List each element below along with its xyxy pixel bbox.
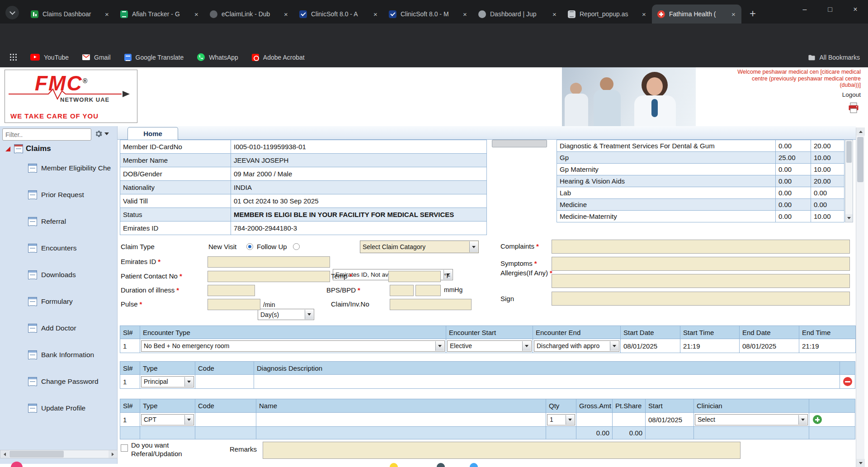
sidebar-item-referral[interactable]: Referral — [28, 214, 117, 229]
scroll-left-button[interactable] — [0, 450, 9, 458]
sidebar-filter-input[interactable] — [2, 128, 91, 141]
scroll-down-button[interactable] — [856, 459, 865, 467]
scrollbar-thumb[interactable] — [857, 137, 863, 182]
tab-close-icon[interactable]: × — [371, 10, 380, 19]
complaints-input[interactable] — [552, 240, 850, 254]
follow-up-radio[interactable] — [293, 243, 300, 250]
site-header: FMC® NETWORK UAE WE TAKE CARE OF YOU Wel… — [0, 67, 868, 126]
sidebar-item-update-profile[interactable]: Update Profile — [28, 401, 117, 416]
symptoms-input[interactable] — [552, 257, 850, 271]
window-minimize-button[interactable]: – — [792, 0, 817, 19]
taskbar-icon[interactable] — [470, 463, 478, 467]
tab-close-icon[interactable]: × — [640, 10, 648, 19]
tab-close-icon[interactable]: × — [729, 10, 738, 19]
print-button[interactable] — [847, 102, 860, 114]
taskbar-icon[interactable] — [390, 463, 398, 467]
pulse-input[interactable] — [208, 299, 260, 310]
start-time-field[interactable]: 21:19 — [680, 339, 740, 353]
allergies-input[interactable] — [552, 274, 850, 288]
browser-tab[interactable]: Afiah Tracker - G× — [115, 5, 204, 24]
referral-checkbox[interactable] — [121, 444, 128, 452]
tab-close-icon[interactable]: × — [282, 10, 290, 19]
bps-input[interactable] — [390, 285, 414, 296]
claim-inv-input[interactable] — [390, 299, 472, 310]
sidebar-item-change-password[interactable]: Change Password — [28, 374, 117, 389]
scroll-right-button[interactable] — [108, 450, 117, 458]
tab-close-icon[interactable]: × — [550, 10, 559, 19]
diagnosis-type-select[interactable]: Principal — [141, 376, 194, 387]
sidebar-horizontal-scrollbar[interactable] — [0, 450, 118, 458]
member-value: 01 Oct 2024 to 30 Sep 2025 — [231, 194, 487, 208]
remove-row-button[interactable] — [843, 377, 852, 386]
claim-category-select[interactable]: Select Claim Catagory — [360, 241, 479, 253]
add-row-button[interactable] — [813, 415, 822, 424]
bookmark-adobe-acrobat[interactable]: Adobe Acrobat — [252, 54, 305, 61]
end-date-field[interactable]: 08/01/2025 — [740, 339, 799, 353]
temp-input[interactable] — [388, 271, 441, 282]
diagnosis-code-cell[interactable] — [195, 375, 254, 389]
browser-tab[interactable]: Report_popup.as× — [562, 5, 652, 24]
sidebar-item-downloads[interactable]: Downloads — [28, 267, 117, 283]
tab-close-icon[interactable]: × — [192, 10, 201, 19]
tab-search-button[interactable] — [5, 6, 19, 19]
new-visit-radio[interactable] — [246, 243, 253, 250]
tab-close-icon[interactable]: × — [461, 10, 469, 19]
patient-contact-input[interactable] — [208, 271, 330, 282]
sidebar-item-member-eligibility[interactable]: Member Eligibility Che — [28, 160, 117, 176]
partial-button[interactable] — [492, 140, 547, 147]
browser-tab[interactable]: ClinicSoft 8.0 - M× — [383, 5, 473, 24]
procedure-type-select[interactable]: CPT — [141, 414, 194, 425]
start-date-field[interactable]: 08/01/2025 — [621, 339, 680, 353]
sidebar-item-add-doctor[interactable]: Add Doctor — [28, 321, 117, 336]
clinician-select[interactable]: Select — [695, 414, 808, 425]
scrollbar-thumb[interactable] — [9, 451, 64, 458]
scroll-down-button[interactable] — [845, 214, 853, 222]
apps-shortcut[interactable] — [10, 54, 17, 61]
bookmark-whatsapp[interactable]: WhatsApp — [197, 53, 238, 61]
browser-tab[interactable]: Claims Dashboar× — [25, 5, 115, 24]
encounter-type-select[interactable]: No Bed + No emergency room — [141, 340, 445, 352]
browser-tab[interactable]: eClaimLink - Dub× — [204, 5, 294, 24]
sidebar-item-prior-request[interactable]: Prior Request — [28, 187, 117, 203]
gross-amt-cell[interactable] — [576, 413, 613, 427]
new-tab-button[interactable]: + — [746, 7, 760, 20]
procedure-start-date[interactable]: 08/01/2025 — [646, 413, 694, 427]
all-bookmarks-button[interactable]: All Bookmarks — [808, 47, 860, 67]
window-close-button[interactable]: × — [843, 0, 868, 19]
browser-tab-active[interactable]: Fathima Health (× — [652, 5, 741, 24]
bookmark-gmail[interactable]: Gmail — [82, 54, 111, 61]
tab-home[interactable]: Home — [127, 127, 178, 140]
scrollbar-thumb[interactable] — [846, 141, 852, 163]
duration-unit-select[interactable]: Day(s) — [258, 309, 314, 320]
bookmark-youtube[interactable]: YouTube — [30, 54, 69, 61]
remarks-input[interactable] — [263, 442, 741, 459]
sidebar-section-claims[interactable]: Claims — [0, 141, 118, 156]
sidebar-item-encounters[interactable]: Encounters — [28, 241, 117, 256]
duration-input[interactable] — [208, 285, 255, 296]
window-maximize-button[interactable]: □ — [817, 0, 843, 19]
sheet-icon — [28, 324, 37, 333]
sidebar-item-formulary[interactable]: Formulary — [28, 294, 117, 309]
browser-tab[interactable]: ClinicSoft 8.0 - A× — [294, 5, 383, 24]
browser-tab[interactable]: Dashboard | Jup× — [473, 5, 562, 24]
taskbar-icon[interactable] — [437, 463, 445, 467]
page-vertical-scrollbar[interactable] — [856, 127, 864, 467]
bpd-input[interactable] — [415, 285, 441, 296]
bookmark-google-translate[interactable]: Google Translate — [124, 54, 184, 61]
procedure-code-cell[interactable] — [195, 413, 256, 427]
encounter-start-select[interactable]: Elective — [447, 340, 532, 352]
encounter-end-select[interactable]: Discharged with appro — [534, 340, 619, 352]
tab-close-icon[interactable]: × — [103, 10, 111, 19]
emirates-id-input[interactable] — [208, 256, 330, 268]
diagnosis-description-cell[interactable] — [254, 375, 840, 389]
benefits-scrollbar[interactable] — [845, 140, 853, 222]
pt-share-cell[interactable] — [613, 413, 646, 427]
sidebar-settings-button[interactable] — [94, 129, 109, 138]
qty-select[interactable]: 1 — [547, 414, 575, 425]
scroll-up-button[interactable] — [856, 127, 865, 136]
logout-link[interactable]: Logout — [842, 91, 861, 98]
procedure-name-cell[interactable] — [256, 413, 546, 427]
sidebar-item-bank-information[interactable]: Bank Information — [28, 347, 117, 363]
sign-input[interactable] — [552, 292, 850, 306]
end-time-field[interactable]: 21:19 — [799, 339, 856, 353]
